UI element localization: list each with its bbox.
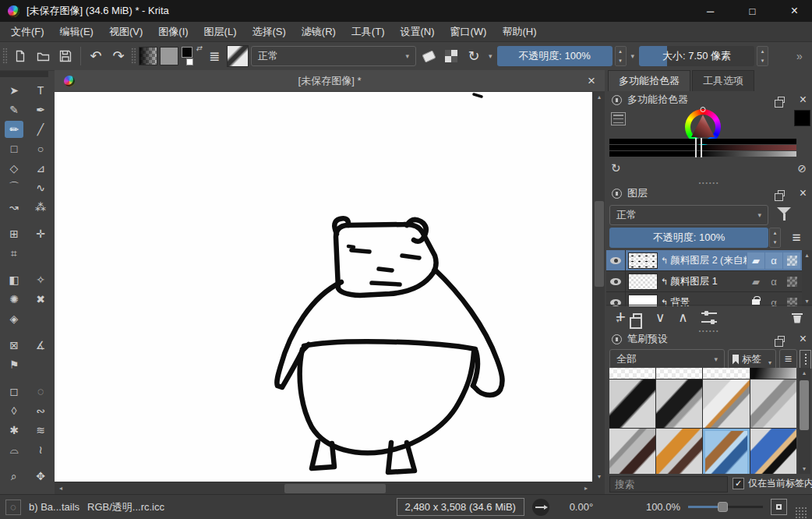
tool-color-sampler[interactable]: ✧ (31, 271, 50, 288)
tool-freehand-select[interactable]: ∾ (31, 402, 50, 419)
tool-bezier-curve[interactable]: ⌒ (5, 179, 23, 196)
menu-item-8[interactable]: 设置(N) (392, 22, 442, 42)
save-button[interactable] (55, 46, 76, 66)
close-panel-icon[interactable]: × (800, 333, 807, 345)
layer-name[interactable]: 颜料图层 1 (670, 275, 747, 288)
duplicate-layer-icon[interactable] (633, 313, 642, 322)
layer-name[interactable]: 颜料图层 2 (来自粘贴) (670, 254, 747, 267)
tool-transform[interactable]: ⊞ (5, 225, 23, 242)
menu-item-0[interactable]: 文件(F) (3, 22, 52, 42)
layer-row[interactable]: ↰ 颜料图层 2 (来自粘贴) ▰ α (606, 250, 802, 271)
opacity-slider[interactable]: 不透明度: 100% (497, 46, 613, 66)
opacity-spinner[interactable]: ▴ ▾ (615, 46, 627, 66)
tool-edit-shapes[interactable]: ✎ (5, 101, 23, 118)
zoom-slider-handle[interactable] (718, 502, 728, 512)
toolbar-overflow-button[interactable]: » (789, 46, 810, 66)
gradient-chooser[interactable] (139, 47, 157, 65)
tool-freehand-path[interactable]: ∿ (31, 179, 50, 196)
menu-item-2[interactable]: 视图(V) (101, 22, 150, 42)
toolbar-grip[interactable] (2, 48, 8, 65)
current-preset-name[interactable]: b) Ba...tails (29, 501, 79, 513)
scroll-up-icon[interactable]: ▴ (798, 368, 810, 378)
tool-calligraphy[interactable]: ✒ (31, 101, 50, 118)
spinner-down-icon[interactable]: ▾ (616, 56, 626, 65)
close-panel-icon[interactable]: × (800, 94, 807, 106)
color-bar-1[interactable] (609, 139, 796, 144)
tab-tool-options[interactable]: 工具选项 (692, 70, 754, 91)
preserve-alpha-button[interactable] (441, 46, 461, 66)
toolbar-grip[interactable] (131, 48, 136, 65)
tool-polygon[interactable]: ◇ (5, 160, 23, 177)
toolbox-drag-handle[interactable] (0, 71, 48, 77)
add-layer-button[interactable]: + ▾ (616, 309, 620, 326)
zoom-fit-button[interactable] (771, 499, 787, 515)
layer-paint-badge-icon[interactable]: ▰ (747, 252, 764, 269)
brush-preset-9[interactable] (609, 429, 655, 474)
undo-button[interactable]: ↶ (86, 46, 106, 66)
tool-text[interactable]: T (31, 82, 50, 99)
color-bar-2[interactable] (609, 145, 796, 150)
tool-crop[interactable]: ⌗ (5, 245, 23, 262)
eraser-mode-button[interactable] (418, 46, 439, 66)
brush-preset-10[interactable] (656, 429, 702, 474)
menu-item-3[interactable]: 图像(I) (150, 22, 196, 42)
color-selector-settings-icon[interactable] (611, 112, 626, 125)
float-panel-icon[interactable] (778, 190, 785, 196)
menu-item-5[interactable]: 选择(S) (244, 22, 293, 42)
layer-opacity-slider[interactable]: 不透明度: 100% (609, 228, 768, 248)
layer-blending-mode-dropdown[interactable]: 正常 ▾ (609, 205, 768, 225)
spinner-down-icon[interactable]: ▾ (770, 238, 780, 247)
tool-zoom[interactable]: ⌕ (5, 468, 23, 485)
tool-similar-select[interactable]: ≋ (31, 422, 50, 439)
foreground-color-swatch[interactable] (182, 47, 192, 58)
refresh-icon[interactable]: ↻ (611, 161, 621, 175)
tool-fill[interactable]: ◈ (5, 310, 23, 327)
brush-preset-2[interactable] (656, 368, 702, 379)
brush-scroll-thumb[interactable] (800, 380, 809, 430)
scroll-up-icon[interactable]: ▴ (593, 92, 605, 102)
move-layer-down-icon[interactable]: ∨ (655, 309, 665, 326)
close-panel-icon[interactable]: × (800, 187, 807, 199)
brush-preset-7[interactable] (703, 380, 749, 428)
pattern-chooser[interactable] (160, 47, 178, 65)
tool-select-shapes[interactable]: ➤ (5, 82, 23, 99)
background-color-swatch[interactable] (186, 58, 193, 65)
layer-thumbnail[interactable] (628, 274, 658, 290)
tab-advanced-color-selector[interactable]: 多功能拾色器 (608, 70, 690, 91)
display-mode-button[interactable] (800, 350, 811, 369)
alpha-lock-icon[interactable]: α (765, 252, 782, 269)
layer-properties-icon[interactable] (701, 312, 717, 323)
chevron-down-icon[interactable]: ▾ (629, 52, 637, 60)
brush-preset-4[interactable] (750, 368, 796, 379)
layer-opacity-spinner[interactable]: ▴ ▾ (769, 228, 781, 248)
brush-preset-8[interactable] (750, 380, 796, 428)
new-document-button[interactable] (10, 46, 30, 66)
tool-freehand-brush[interactable]: ✏ (5, 121, 23, 138)
layer-row[interactable]: ↰ 颜料图层 1 ▰ α (606, 271, 802, 292)
scroll-up-icon[interactable]: ▴ (802, 250, 812, 260)
tool-reference-images[interactable]: ⚑ (5, 356, 23, 373)
brush-preset-1[interactable] (609, 368, 655, 379)
color-bar-3[interactable] (609, 151, 796, 157)
color-history-bars[interactable] (609, 139, 796, 157)
brush-size-slider[interactable]: 大小: 7.50 像素 (639, 46, 754, 66)
tag-button[interactable]: 标签 ▾ (728, 349, 776, 369)
spinner-down-icon[interactable]: ▾ (757, 56, 768, 65)
delete-layer-icon[interactable] (792, 312, 803, 323)
menu-item-4[interactable]: 图层(L) (196, 22, 245, 42)
brush-preset-3[interactable] (703, 368, 749, 379)
float-panel-icon[interactable] (778, 336, 785, 342)
tool-magnetic-select[interactable]: ≀ (31, 441, 50, 458)
tool-pan[interactable]: ✥ (31, 468, 50, 485)
chevron-down-icon[interactable]: ▾ (486, 52, 495, 60)
tool-contiguous-select[interactable]: ✱ (5, 422, 23, 439)
current-brush-preset-thumbnail[interactable] (227, 45, 249, 67)
vertical-scroll-thumb[interactable] (595, 201, 604, 287)
zoom-slider[interactable] (688, 500, 763, 514)
brush-preset-6[interactable] (656, 380, 702, 428)
swap-colors-icon[interactable]: ⇄ (196, 44, 202, 52)
tool-colorize-mask[interactable]: ✖ (31, 291, 50, 308)
minimize-button[interactable]: ─ (693, 0, 728, 22)
brush-grid-scrollbar[interactable]: ▴ ▾ (798, 368, 810, 474)
lock-icon[interactable] (612, 189, 622, 199)
